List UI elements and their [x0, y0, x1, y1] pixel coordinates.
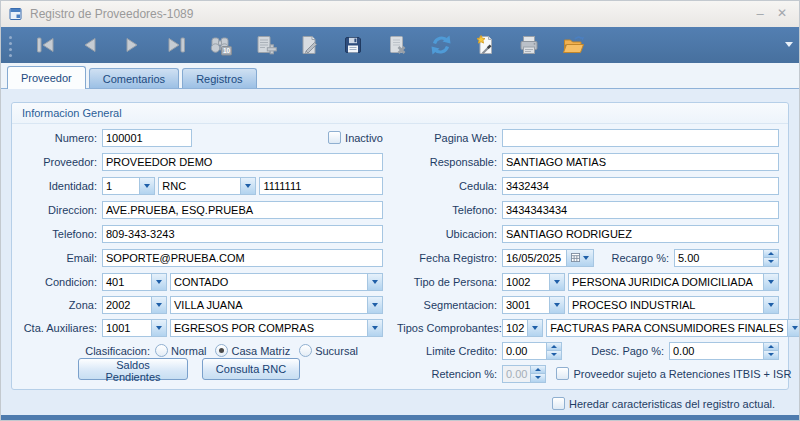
delete-record-button[interactable]	[382, 30, 412, 60]
chevron-down-icon[interactable]	[367, 297, 382, 313]
zona-name-combo[interactable]: VILLA JUANA	[170, 296, 383, 314]
responsable-input[interactable]	[502, 153, 779, 171]
responsable-label: Responsable:	[397, 156, 497, 168]
chevron-down-icon[interactable]	[787, 320, 800, 336]
previous-record-button[interactable]	[74, 30, 104, 60]
last-record-button[interactable]	[162, 30, 192, 60]
refresh-button[interactable]	[426, 30, 456, 60]
chevron-down-icon[interactable]	[151, 274, 166, 290]
email-input[interactable]	[102, 249, 383, 267]
spin-down-icon	[531, 374, 545, 382]
tipo-persona-label: Tipo de Persona:	[397, 276, 497, 288]
chevron-down-icon[interactable]	[763, 297, 778, 313]
identidad-type-combo[interactable]: RNC	[158, 177, 256, 195]
radio-sucursal[interactable]	[299, 344, 312, 357]
proveedor-input[interactable]	[102, 153, 383, 171]
minimize-icon[interactable]	[749, 3, 771, 23]
retencion-row: Retencion %: 0.00 Proveedor sujeto a Ret…	[397, 364, 779, 383]
chevron-down-icon[interactable]	[151, 320, 166, 336]
recargo-spinner[interactable]: 5.00	[674, 249, 779, 267]
limite-credito-spinner[interactable]: 0.00	[502, 342, 562, 360]
saldos-pendientes-button[interactable]: Saldos Pendientes	[78, 358, 188, 380]
limite-credito-row: Limite Credito: 0.00 Desc. Pago %: 0.00	[397, 341, 779, 360]
toolbar-overflow-icon[interactable]	[785, 42, 793, 47]
tab-content-proveedor: Informacion General Numero: Inactivo Pro…	[1, 88, 799, 415]
recargo-value: 5.00	[675, 250, 763, 266]
retenciones-itbis-checkbox[interactable]	[556, 367, 569, 380]
chevron-down-icon[interactable]	[151, 297, 166, 313]
segmentacion-code-combo[interactable]: 3001	[502, 296, 565, 314]
zona-code-combo[interactable]: 2002	[102, 296, 167, 314]
segmentacion-name-value: PROCESO INDUSTRIAL	[569, 297, 763, 313]
spin-down-icon[interactable]	[764, 258, 778, 266]
spin-down-icon[interactable]	[547, 351, 561, 359]
radio-normal[interactable]	[155, 344, 168, 357]
next-record-button[interactable]	[118, 30, 148, 60]
calendar-grid-icon	[571, 253, 580, 262]
direccion-input[interactable]	[102, 201, 383, 219]
heredar-checkbox[interactable]	[552, 397, 565, 410]
chevron-down-icon[interactable]	[549, 274, 564, 290]
ubicacion-input[interactable]	[502, 225, 779, 243]
tab-proveedor[interactable]: Proveedor	[7, 66, 86, 89]
close-icon[interactable]	[771, 3, 793, 23]
identidad-code-combo[interactable]: 1	[102, 177, 155, 195]
numero-input[interactable]	[102, 129, 192, 147]
email-row: Email:	[17, 248, 383, 267]
condicion-name-combo[interactable]: CONTADO	[170, 273, 383, 291]
edit-record-button[interactable]	[294, 30, 324, 60]
open-folder-button[interactable]	[558, 30, 588, 60]
wizard-button[interactable]	[470, 30, 500, 60]
tipos-comprobantes-code-combo[interactable]: 102	[502, 319, 543, 337]
print-button[interactable]	[514, 30, 544, 60]
limite-credito-label: Limite Credito:	[397, 345, 497, 357]
refresh-icon	[429, 33, 453, 57]
segmentacion-label: Segmentacion:	[397, 299, 497, 311]
fecha-registro-row: Fecha Registro: 16/05/2025 Recargo %: 5.…	[397, 248, 779, 267]
spinner-buttons[interactable]	[546, 343, 561, 359]
chevron-down-icon[interactable]	[240, 178, 255, 194]
chevron-down-icon[interactable]	[549, 297, 564, 313]
tab-comentarios[interactable]: Comentarios	[89, 68, 179, 88]
consulta-rnc-button[interactable]: Consulta RNC	[202, 358, 300, 380]
spinner-buttons[interactable]	[763, 343, 778, 359]
telefono2-input[interactable]	[502, 201, 779, 219]
condicion-code-combo[interactable]: 401	[102, 273, 167, 291]
new-record-button[interactable]	[250, 30, 280, 60]
radio-casa-matriz[interactable]	[215, 344, 228, 357]
identidad-number-input[interactable]	[259, 177, 383, 195]
calendar-icon[interactable]	[566, 250, 593, 266]
cta-auxiliares-code-combo[interactable]: 1001	[102, 319, 167, 337]
toolbar-grip[interactable]	[9, 36, 12, 39]
fecha-registro-datepicker[interactable]: 16/05/2025	[502, 249, 594, 267]
tipo-persona-code-combo[interactable]: 1002	[502, 273, 565, 291]
first-record-button[interactable]	[30, 30, 60, 60]
segmentacion-name-combo[interactable]: PROCESO INDUSTRIAL	[568, 296, 779, 314]
chevron-down-icon[interactable]	[527, 320, 542, 336]
inactivo-checkbox[interactable]	[328, 131, 341, 144]
chevron-down-icon[interactable]	[763, 274, 778, 290]
spinner-buttons[interactable]	[763, 250, 778, 266]
save-button[interactable]	[338, 30, 368, 60]
spin-up-icon[interactable]	[547, 343, 561, 352]
window-icon	[9, 7, 23, 21]
spin-up-icon[interactable]	[764, 250, 778, 259]
search-button[interactable]: 10	[206, 30, 236, 60]
spin-up-icon[interactable]	[764, 343, 778, 352]
app-window: Registro de Proveedores-1089	[0, 0, 800, 421]
pagina-web-input[interactable]	[502, 129, 779, 147]
chevron-down-icon[interactable]	[367, 274, 382, 290]
desc-pago-spinner[interactable]: 0.00	[669, 342, 779, 360]
tab-registros[interactable]: Registros	[182, 68, 256, 88]
spin-down-icon[interactable]	[764, 351, 778, 359]
cta-auxiliares-name-combo[interactable]: EGRESOS POR COMPRAS	[170, 319, 383, 337]
zona-label: Zona:	[17, 299, 97, 311]
proveedor-row: Proveedor:	[17, 152, 383, 171]
chevron-down-icon[interactable]	[367, 320, 382, 336]
desc-pago-label: Desc. Pago %:	[591, 345, 664, 357]
chevron-down-icon[interactable]	[139, 178, 154, 194]
tipos-comprobantes-name-combo[interactable]: FACTURAS PARA CONSUMIDORES FINALES	[546, 319, 800, 337]
tipo-persona-name-combo[interactable]: PERSONA JURIDICA DOMICILIADA	[568, 273, 779, 291]
telefono-input[interactable]	[102, 225, 383, 243]
cedula-input[interactable]	[502, 177, 779, 195]
